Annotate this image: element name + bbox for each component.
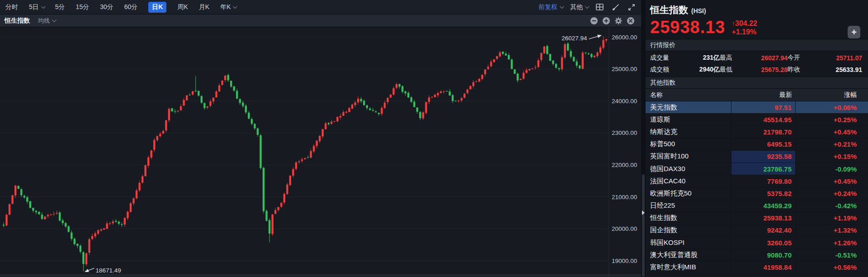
period-tab-15分[interactable]: 15分 [76,3,90,11]
toolbar-menus: 前复权其他 [538,3,588,11]
index-last-cell: 7769.80 [731,175,796,187]
index-last-cell: 21798.70 [731,126,796,138]
chart-subheader: 恒生指数 均线 [0,14,641,27]
period-tab-label: 月K [199,3,209,11]
period-tab-label: 年K [220,3,231,11]
index-pct-cell: +0.45% [796,177,868,185]
chevron-down-icon [233,4,237,9]
trading-app: 26000.0025000.0024000.0023000.0022000.00… [0,0,868,277]
index-last-cell: 25938.13 [731,212,796,224]
settings-gear-icon[interactable] [614,17,623,25]
index-row-韩国KOSPI[interactable]: 韩国KOSPI3260.05+1.26% [646,237,868,249]
period-tab-30分[interactable]: 30分 [100,3,113,11]
toolbar-right: 前复权其他 [538,3,641,11]
quote-value: 231亿 [679,54,720,62]
quote-value: 25633.91 [813,66,862,73]
period-tab-label: 周K [177,3,188,11]
chevron-down-icon [560,4,564,9]
index-pct-cell: -0.42% [796,202,868,210]
toolbar-menu-前复权[interactable]: 前复权 [538,3,563,11]
quote-header: 恒生指数 (HSI) 25938.13 ↑304.22 +1.19% + [646,0,868,39]
index-last-cell: 9080.70 [731,249,796,261]
index-pct-cell: +0.45% [796,128,868,136]
candlestick-chart[interactable]: 26000.0025000.0024000.0023000.0022000.00… [0,0,641,277]
index-name-cell: 国企指数 [646,224,731,236]
index-row-富时意大利MIB[interactable]: 富时意大利MIB41958.84+0.56% [646,261,868,273]
chevron-down-icon [41,4,46,9]
indices-table-header: 名称 最新 涨幅 [646,89,868,101]
ma-dropdown[interactable]: 均线 [38,17,55,25]
indices-table: 美元指数97.51+0.06%道琼斯45514.95+0.25%纳斯达克2179… [646,101,868,274]
scrollbar-thumb[interactable] [642,174,645,277]
subheader-icons [590,17,641,25]
add-to-watchlist-button[interactable]: + [848,26,860,38]
high-annotation: 26027.94 [561,35,587,42]
index-code: (HSI) [691,7,706,14]
index-name-cell: 富时意大利MIB [646,261,731,273]
index-row-纳斯达克[interactable]: 纳斯达克21798.70+0.45% [646,126,868,138]
period-tab-年K[interactable]: 年K [220,3,236,11]
index-row-澳大利亚普通股[interactable]: 澳大利亚普通股9080.70-0.51% [646,249,868,261]
index-row-英国富时100[interactable]: 英国富时1009235.58+0.15% [646,151,868,163]
index-name-cell: 标普500 [646,138,731,150]
fullscreen-icon[interactable] [627,3,636,11]
index-row-美元指数[interactable]: 美元指数97.51+0.06% [646,101,868,114]
panel-divider [641,0,646,277]
zoom-out-icon[interactable] [590,17,598,25]
quotes-row: 成交量231亿最高26027.94今开25711.07 [646,52,868,64]
last-price: 25938.13 [650,18,726,36]
index-row-法国CAC40[interactable]: 法国CAC407769.80+0.45% [646,175,868,187]
quote-label: 最高 [720,54,745,62]
index-last-cell: 9235.58 [731,151,796,162]
index-row-标普500[interactable]: 标普5006495.15+0.21% [646,138,868,151]
quote-panel: 恒生指数 (HSI) 25938.13 ↑304.22 +1.19% + 行情报… [646,0,868,277]
index-row-恒生指数[interactable]: 恒生指数25938.13+1.19% [646,212,868,224]
period-tab-日K[interactable]: 日K [148,2,166,13]
period-tab-60分[interactable]: 60分 [124,3,138,11]
toolbar-menu-其他[interactable]: 其他 [570,3,588,11]
panel-collapse-arrow-icon[interactable] [642,210,645,215]
quotes-row: 成交额2940亿最低25675.28昨收25633.91 [646,64,868,76]
index-name-cell: 日经225 [646,200,731,212]
index-pct-cell: +0.15% [796,153,868,160]
header-pct[interactable]: 涨幅 [796,91,868,99]
header-name[interactable]: 名称 [646,91,731,99]
index-name-cell: 欧洲斯托克50 [646,187,731,199]
brush-icon[interactable] [611,3,620,11]
close-icon[interactable] [627,17,635,25]
index-last-cell: 43459.29 [731,200,796,212]
zoom-in-icon[interactable] [602,17,610,25]
header-last[interactable]: 最新 [731,91,796,99]
period-tab-5日[interactable]: 5日 [29,3,44,11]
kline-chart-module: 26000.0025000.0024000.0023000.0022000.00… [0,0,641,277]
period-tab-分时[interactable]: 分时 [5,3,18,11]
index-row-欧洲斯托克50[interactable]: 欧洲斯托克505375.82+0.24% [646,187,868,200]
price-change-pct: +1.19% [732,28,757,36]
index-name-cell: 英国富时100 [646,151,731,162]
ma-dropdown-label: 均线 [38,17,50,25]
chart-period-toolbar: 分时5日5分15分30分60分日K周K月K年K 前复权其他 [0,0,641,14]
index-row-日经225[interactable]: 日经22543459.29-0.42% [646,200,868,212]
index-pct-cell: +1.32% [796,226,868,234]
period-tab-月K[interactable]: 月K [199,3,209,11]
index-pct-cell: +1.26% [796,239,868,247]
toolbar-menu-label: 前复权 [538,3,557,11]
layout-grid-icon[interactable] [595,3,604,11]
index-row-道琼斯[interactable]: 道琼斯45514.95+0.25% [646,114,868,126]
period-tab-5分[interactable]: 5分 [55,3,65,11]
index-last-cell: 9242.40 [731,224,796,236]
toolbar-menu-label: 其他 [570,3,583,11]
index-name-cell: 韩国KOSPI [646,237,731,248]
quote-value: 2940亿 [679,66,720,74]
period-tab-label: 5日 [29,3,39,11]
index-row-德国DAX30[interactable]: 德国DAX3023786.75-0.09% [646,163,868,175]
quote-label: 成交量 [650,54,679,62]
period-tab-周K[interactable]: 周K [177,3,188,11]
y-axis-label: 22000.00 [612,162,637,168]
index-last-cell: 3260.05 [731,237,796,248]
period-tab-label: 15分 [76,3,90,11]
index-pct-cell: +0.24% [796,190,868,197]
y-axis-label: 19000.00 [612,258,637,264]
price-change: ↑304.22 [732,19,757,28]
index-row-国企指数[interactable]: 国企指数9242.40+1.32% [646,224,868,237]
